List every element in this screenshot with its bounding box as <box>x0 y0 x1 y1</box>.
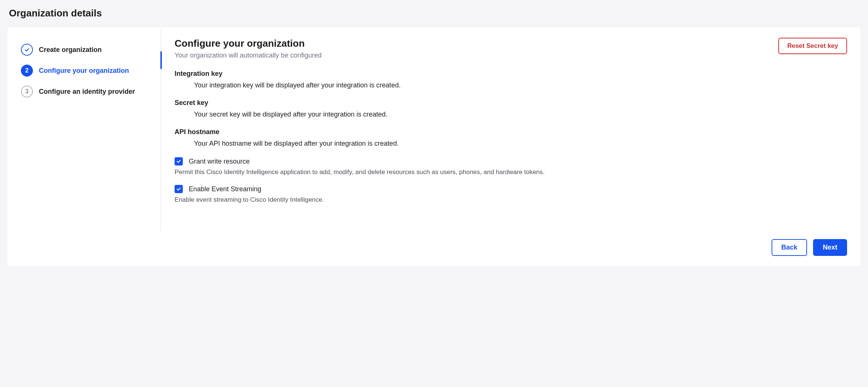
step-number-badge: 3 <box>21 86 33 97</box>
active-step-indicator <box>160 51 162 69</box>
field-secret-key: Secret key Your secret key will be displ… <box>175 99 847 118</box>
checkbox-label: Grant write resource <box>189 158 250 165</box>
main-header-text: Configure your organization Your organiz… <box>175 38 322 59</box>
wizard-sidebar: Create organization 2 Configure your org… <box>7 27 161 232</box>
step-configure-organization[interactable]: 2 Configure your organization <box>21 60 152 81</box>
field-value: Your integration key will be displayed a… <box>175 81 847 89</box>
field-label: Secret key <box>175 99 847 107</box>
main-header: Configure your organization Your organiz… <box>175 38 847 59</box>
checkbox-description: Permit this Cisco Identity Intelligence … <box>175 168 847 176</box>
field-label: API hostname <box>175 128 847 136</box>
checkbox-grant-write-resource: Grant write resource Permit this Cisco I… <box>175 157 847 176</box>
step-label: Create organization <box>39 46 102 54</box>
card-body: Create organization 2 Configure your org… <box>7 27 861 232</box>
step-create-organization[interactable]: Create organization <box>21 39 152 60</box>
main-title: Configure your organization <box>175 38 322 49</box>
wizard-footer: Back Next <box>7 232 861 266</box>
back-button[interactable]: Back <box>772 239 807 256</box>
field-api-hostname: API hostname Your API hostname will be d… <box>175 128 847 148</box>
step-label: Configure your organization <box>39 67 129 75</box>
reset-secret-key-button[interactable]: Reset Secret key <box>778 38 847 54</box>
checkbox-input[interactable] <box>175 157 183 165</box>
field-value: Your API hostname will be displayed afte… <box>175 140 847 148</box>
wizard-card: Create organization 2 Configure your org… <box>7 27 861 266</box>
page-title: Organization details <box>7 7 861 19</box>
checkbox-enable-event-streaming: Enable Event Streaming Enable event stre… <box>175 185 847 204</box>
step-configure-identity-provider[interactable]: 3 Configure an identity provider <box>21 81 152 102</box>
checkbox-input[interactable] <box>175 185 183 193</box>
field-value: Your secret key will be displayed after … <box>175 111 847 118</box>
checkbox-row: Grant write resource <box>175 157 847 165</box>
main-subtitle: Your organization will automatically be … <box>175 52 322 59</box>
check-icon <box>21 44 33 56</box>
main-panel: Configure your organization Your organiz… <box>161 27 861 232</box>
field-label: Integration key <box>175 70 847 78</box>
checkbox-description: Enable event streaming to Cisco Identity… <box>175 196 847 204</box>
checkbox-label: Enable Event Streaming <box>189 185 261 193</box>
next-button[interactable]: Next <box>813 239 847 256</box>
step-label: Configure an identity provider <box>39 88 135 96</box>
step-number-badge: 2 <box>21 65 33 77</box>
field-integration-key: Integration key Your integration key wil… <box>175 70 847 89</box>
checkbox-row: Enable Event Streaming <box>175 185 847 193</box>
